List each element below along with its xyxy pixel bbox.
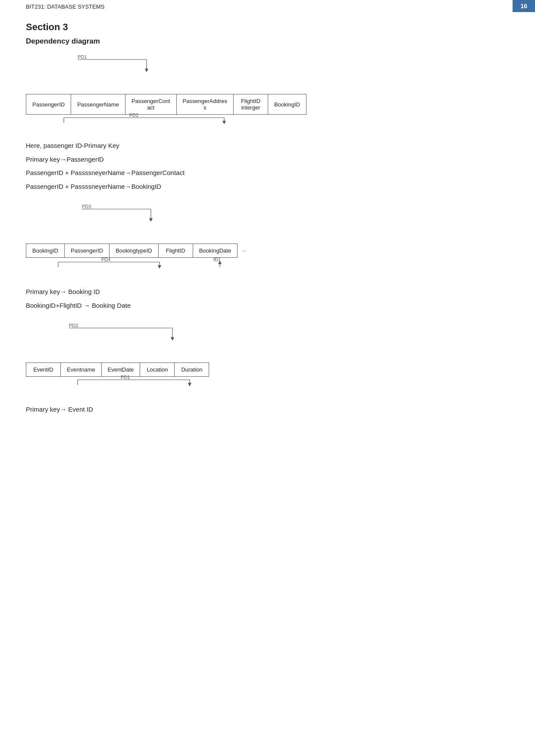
section-title: Section 3 xyxy=(26,22,509,33)
dep-line3: PassengerID + PassssneγerName→BookingID xyxy=(26,181,509,192)
table-cell: PassengerID xyxy=(64,244,109,258)
table-cell: Duration xyxy=(175,363,209,377)
svg-text:PD2: PD2 xyxy=(69,323,78,328)
table-cell: BookingDate xyxy=(193,244,237,258)
diagram1-table: PassengerID PassengerName PassengerCont … xyxy=(26,94,307,115)
table-cell: BookingID xyxy=(26,244,65,258)
diagram3-table: EventID Eventname EventDate Location Dur… xyxy=(26,362,209,377)
text-block-3: Primary key→ Event ID xyxy=(26,404,509,415)
table-cell: PassengerCont act xyxy=(125,94,176,115)
dep-booking-flight: BookingID+FlightID → Booking Date xyxy=(26,300,509,311)
table-cell: EventID xyxy=(26,363,61,377)
text-block-2: Primary key→ Booking ID BookingID+Flight… xyxy=(26,286,509,311)
pk-line1: Primary key→PassengerID xyxy=(26,154,509,165)
pk-line-booking: Primary key→ Booking ID xyxy=(26,286,509,297)
table-cell: BookingtypeID xyxy=(110,244,159,258)
table-cell: Eventname xyxy=(61,363,102,377)
table-cell: BookingID xyxy=(268,94,306,115)
diagram1: PD1 PassengerID PassengerName PassengerC… xyxy=(26,55,509,131)
dep-line2: PassengerID + PassssneγerName→PassengerC… xyxy=(26,167,509,178)
svg-text:PD1: PD1 xyxy=(121,375,130,380)
sub-title: Dependency diagram xyxy=(26,37,509,46)
table-cell: Location xyxy=(140,363,175,377)
table-cell: PassengerID xyxy=(26,94,71,115)
table-cell: FlightID interger xyxy=(233,94,268,115)
svg-text:PD1: PD1 xyxy=(78,54,87,59)
diagram2: PD3 BookingID PassengerID BookingtypeID … xyxy=(26,205,509,278)
course-label: BIT231: DATABASE SYSTEMS xyxy=(26,3,104,10)
pk-event: Primary key→ Event ID xyxy=(26,404,509,415)
table-cell: PassengerAddres s xyxy=(176,94,233,115)
svg-text:PD3: PD3 xyxy=(82,204,91,209)
diagram3: PD2 EventID Eventname EventDate Location… xyxy=(26,324,509,395)
text-block-1: Here, passenger ID-Primary Key Primary k… xyxy=(26,140,509,192)
table-cell: FlightID xyxy=(158,244,193,258)
fd1-label: ← xyxy=(242,248,247,253)
table-cell: PassengerName xyxy=(71,94,125,115)
diagram2-table: BookingID PassengerID BookingtypeID Flig… xyxy=(26,244,238,258)
svg-text:PD2: PD2 xyxy=(129,112,138,118)
note-text: Here, passenger ID-Primary Key xyxy=(26,140,509,151)
page-number: 16 xyxy=(513,0,535,12)
